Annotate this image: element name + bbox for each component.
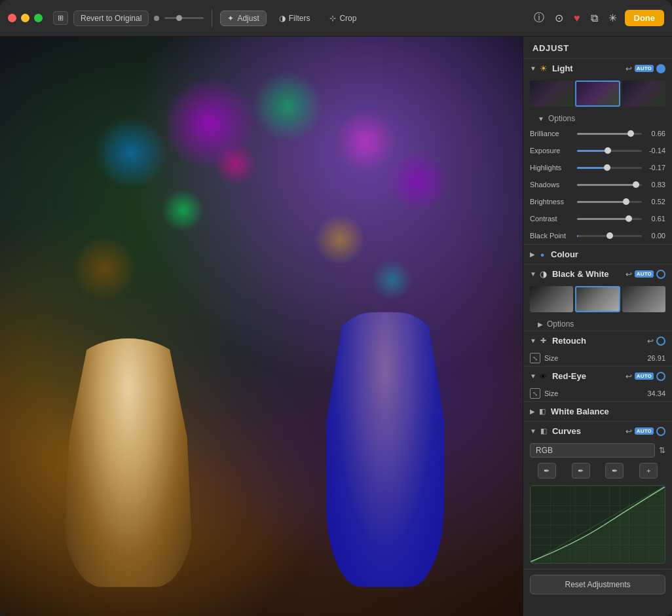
shadows-track[interactable]	[577, 184, 642, 186]
curves-eyedropper-dark[interactable]: ✒	[538, 463, 556, 479]
filters-label: Filters	[289, 14, 310, 23]
light-section-header[interactable]: Light ↩ AUTO	[523, 59, 672, 78]
brilliance-label: Brilliance	[530, 130, 574, 137]
retouch-enabled-indicator[interactable]	[656, 336, 665, 346]
contrast-label: Contrast	[530, 215, 574, 223]
bw-thumbs	[523, 283, 672, 317]
light-auto-badge[interactable]: AUTO	[635, 65, 654, 72]
wb-section-header[interactable]: White Balance	[523, 402, 672, 421]
contrast-value: 0.61	[644, 215, 665, 223]
thumb-2[interactable]	[575, 81, 621, 107]
exposure-quick-slider[interactable]	[164, 17, 204, 19]
redeye-auto-badge[interactable]: AUTO	[635, 372, 654, 380]
slider-brilliance: Brilliance 0.66	[523, 125, 672, 142]
crop-tab[interactable]: ⊹ Crop	[322, 10, 364, 26]
light-options-row[interactable]: Options	[523, 112, 672, 125]
curves-eyedropper-mid[interactable]: ✒	[572, 463, 590, 479]
contrast-track[interactable]	[577, 218, 642, 220]
colour-icon	[538, 250, 547, 259]
redeye-title: Red-Eye	[552, 371, 623, 381]
thumb-1[interactable]	[530, 81, 573, 107]
window-mode-button[interactable]: ⊞	[53, 11, 68, 25]
curves-enabled-indicator[interactable]	[656, 427, 665, 436]
slider-highlights: Highlights -0.17	[523, 159, 672, 176]
crop-icon: ⊹	[329, 14, 336, 23]
filters-icon: ◑	[279, 14, 286, 23]
section-bw: Black & White ↩ AUTO Options	[523, 264, 672, 331]
colour-title: Colour	[551, 249, 665, 259]
highlights-track[interactable]	[577, 167, 642, 169]
light-enabled-indicator[interactable]	[656, 64, 665, 73]
bw-section-header[interactable]: Black & White ↩ AUTO	[523, 264, 672, 283]
photo-area	[0, 37, 523, 616]
brilliance-track[interactable]	[577, 133, 642, 135]
bw-auto-badge[interactable]: AUTO	[635, 270, 654, 278]
brightness-value: 0.52	[644, 198, 665, 206]
info-button[interactable]: ⓘ	[531, 9, 547, 27]
close-button[interactable]	[8, 14, 16, 22]
slider-exposure: Exposure -0.14	[523, 142, 672, 159]
duplicate-button[interactable]: ⧉	[588, 10, 601, 27]
section-retouch: Retouch ↩ Size 26.91	[523, 331, 672, 367]
blackpoint-track[interactable]	[577, 235, 642, 237]
share-button[interactable]: ⊙	[552, 9, 566, 27]
change-indicator	[154, 16, 159, 21]
light-thumbs	[523, 78, 672, 112]
brightness-track[interactable]	[577, 201, 642, 203]
favorite-button[interactable]: ♥	[571, 10, 583, 27]
photo-canvas[interactable]	[0, 37, 523, 616]
bw-icon	[539, 270, 548, 279]
bw-thumb-3[interactable]	[622, 286, 665, 312]
light-undo-icon[interactable]: ↩	[625, 64, 632, 73]
colour-section-header[interactable]: Colour	[523, 245, 672, 264]
photo-background	[0, 37, 523, 616]
curves-graph[interactable]	[530, 485, 665, 564]
bw-undo-icon[interactable]: ↩	[625, 270, 632, 279]
curves-undo-icon[interactable]: ↩	[625, 427, 632, 436]
minimize-button[interactable]	[21, 14, 29, 22]
curves-add-point[interactable]: +	[639, 463, 658, 479]
redeye-size-icon	[530, 388, 540, 399]
highlights-label: Highlights	[530, 164, 574, 172]
reset-adjustments-button[interactable]: Reset Adjustments	[530, 575, 665, 594]
bw-options-row[interactable]: Options	[523, 317, 672, 331]
adjust-tab[interactable]: ✦ Adjust	[220, 10, 266, 26]
light-icon	[539, 64, 548, 73]
curves-auto-badge[interactable]: AUTO	[635, 427, 654, 435]
curves-section-header[interactable]: Curves ↩ AUTO	[523, 422, 672, 441]
thumb-3[interactable]	[622, 81, 665, 107]
retouch-undo-icon[interactable]: ↩	[647, 336, 654, 346]
redeye-undo-icon[interactable]: ↩	[625, 372, 632, 381]
revert-label: Revert to Original	[81, 14, 141, 23]
redeye-enabled-indicator[interactable]	[656, 372, 665, 381]
section-colour: Colour	[523, 245, 672, 264]
retouch-size-icon	[530, 353, 540, 363]
magic-button[interactable]: ✳	[606, 9, 620, 27]
revert-button[interactable]: Revert to Original	[73, 10, 149, 26]
done-button[interactable]: Done	[625, 10, 665, 26]
fullscreen-button[interactable]	[34, 14, 43, 22]
toolbar-right: ⓘ ⊙ ♥ ⧉ ✳ Done	[531, 9, 664, 27]
curves-eyedropper-light[interactable]: ✒	[605, 463, 624, 479]
bw-thumb-2[interactable]	[575, 286, 621, 312]
slider-blackpoint: Black Point 0.00	[523, 227, 672, 244]
adjust-panel: ADJUST Light ↩ AUTO Options	[523, 37, 672, 616]
redeye-section-header[interactable]: Red-Eye ↩ AUTO	[523, 367, 672, 386]
bw-options-chevron	[538, 321, 543, 328]
options-chevron	[538, 115, 544, 122]
adjust-icon: ✦	[227, 14, 234, 23]
curves-channel-select[interactable]: RGB	[530, 443, 655, 458]
exposure-track[interactable]	[577, 150, 642, 152]
colour-chevron	[530, 251, 535, 258]
panel-title: ADJUST	[532, 43, 569, 53]
done-label: Done	[634, 13, 656, 23]
filters-tab[interactable]: ◑ Filters	[272, 10, 318, 26]
redeye-size-label: Size	[544, 390, 643, 397]
retouch-size-value: 26.91	[647, 354, 665, 362]
retouch-section-header[interactable]: Retouch ↩	[523, 331, 672, 350]
titlebar: ⊞ Revert to Original ✦ Adjust ◑ Filters …	[0, 0, 672, 37]
bw-enabled-indicator[interactable]	[656, 270, 665, 279]
bw-thumb-1[interactable]	[530, 286, 573, 312]
bw-title: Black & White	[552, 269, 623, 279]
curves-rgb-row: RGB ⇅	[523, 441, 672, 460]
